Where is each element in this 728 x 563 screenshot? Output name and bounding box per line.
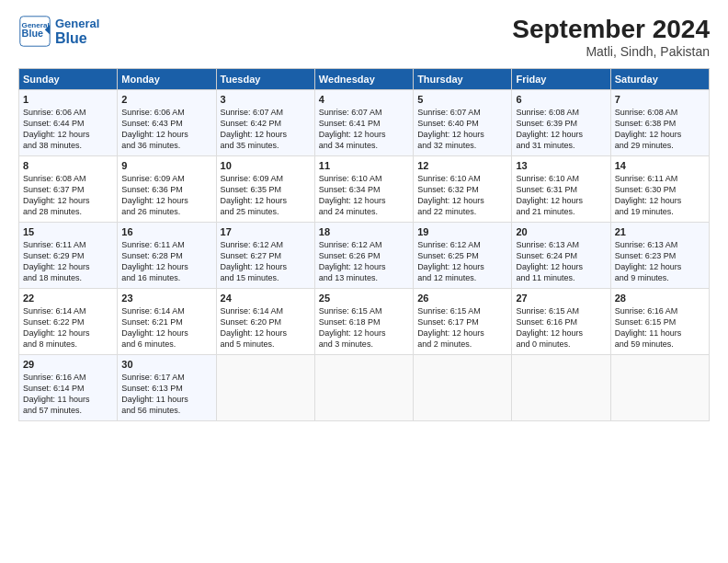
calendar-cell: [414, 355, 512, 421]
cell-info: Sunrise: 6:11 AMSunset: 6:28 PMDaylight:…: [121, 239, 211, 284]
day-number: 3: [221, 94, 311, 105]
day-number: 27: [516, 293, 606, 304]
calendar-cell: 1Sunrise: 6:06 AMSunset: 6:44 PMDaylight…: [19, 90, 118, 156]
day-number: 24: [221, 293, 311, 304]
cell-info: Sunrise: 6:07 AMSunset: 6:42 PMDaylight:…: [221, 107, 311, 152]
calendar-cell: 26Sunrise: 6:15 AMSunset: 6:17 PMDayligh…: [414, 289, 512, 355]
calendar-cell: 24Sunrise: 6:14 AMSunset: 6:20 PMDayligh…: [216, 289, 314, 355]
day-number: 13: [516, 160, 606, 171]
cell-info: Sunrise: 6:06 AMSunset: 6:44 PMDaylight:…: [23, 107, 113, 152]
calendar-cell: 8Sunrise: 6:08 AMSunset: 6:37 PMDaylight…: [19, 156, 118, 223]
day-number: 17: [221, 226, 311, 237]
calendar-week-row: 1Sunrise: 6:06 AMSunset: 6:44 PMDaylight…: [19, 90, 710, 156]
cell-info: Sunrise: 6:13 AMSunset: 6:24 PMDaylight:…: [516, 239, 606, 284]
cell-info: Sunrise: 6:09 AMSunset: 6:36 PMDaylight:…: [121, 173, 211, 218]
calendar-cell: 13Sunrise: 6:10 AMSunset: 6:31 PMDayligh…: [512, 156, 610, 223]
day-number: 28: [615, 293, 705, 304]
logo-text: General Blue: [55, 17, 99, 47]
col-header-monday: Monday: [118, 69, 216, 90]
cell-info: Sunrise: 6:14 AMSunset: 6:21 PMDaylight:…: [121, 305, 211, 350]
cell-info: Sunrise: 6:08 AMSunset: 6:38 PMDaylight:…: [615, 107, 705, 152]
cell-info: Sunrise: 6:12 AMSunset: 6:27 PMDaylight:…: [221, 239, 311, 284]
cell-info: Sunrise: 6:15 AMSunset: 6:17 PMDaylight:…: [417, 305, 507, 350]
col-header-sunday: Sunday: [19, 69, 118, 90]
page-subtitle: Matli, Sindh, Pakistan: [512, 44, 710, 59]
page-title: September 2024: [512, 15, 710, 44]
day-number: 23: [121, 293, 211, 304]
cell-info: Sunrise: 6:09 AMSunset: 6:35 PMDaylight:…: [221, 173, 311, 218]
calendar-cell: [512, 355, 610, 421]
cell-info: Sunrise: 6:12 AMSunset: 6:25 PMDaylight:…: [417, 239, 507, 284]
calendar-cell: 9Sunrise: 6:09 AMSunset: 6:36 PMDaylight…: [118, 156, 216, 223]
calendar-cell: 6Sunrise: 6:08 AMSunset: 6:39 PMDaylight…: [512, 90, 610, 156]
calendar-cell: 18Sunrise: 6:12 AMSunset: 6:26 PMDayligh…: [314, 223, 413, 289]
calendar-cell: 28Sunrise: 6:16 AMSunset: 6:15 PMDayligh…: [610, 289, 709, 355]
day-number: 15: [23, 226, 113, 237]
calendar-cell: 2Sunrise: 6:06 AMSunset: 6:43 PMDaylight…: [118, 90, 216, 156]
calendar-cell: [216, 355, 314, 421]
cell-info: Sunrise: 6:14 AMSunset: 6:20 PMDaylight:…: [221, 305, 311, 350]
calendar-header-row: SundayMondayTuesdayWednesdayThursdayFrid…: [19, 69, 710, 90]
calendar-cell: 27Sunrise: 6:15 AMSunset: 6:16 PMDayligh…: [512, 289, 610, 355]
calendar-cell: [610, 355, 709, 421]
col-header-friday: Friday: [512, 69, 610, 90]
day-number: 9: [121, 160, 211, 171]
day-number: 1: [23, 94, 113, 105]
calendar-cell: 16Sunrise: 6:11 AMSunset: 6:28 PMDayligh…: [118, 223, 216, 289]
cell-info: Sunrise: 6:15 AMSunset: 6:16 PMDaylight:…: [516, 305, 606, 350]
cell-info: Sunrise: 6:16 AMSunset: 6:14 PMDaylight:…: [23, 372, 113, 417]
calendar-cell: 3Sunrise: 6:07 AMSunset: 6:42 PMDaylight…: [216, 90, 314, 156]
calendar-cell: 4Sunrise: 6:07 AMSunset: 6:41 PMDaylight…: [314, 90, 413, 156]
day-number: 30: [121, 359, 211, 370]
col-header-wednesday: Wednesday: [314, 69, 413, 90]
calendar-table: SundayMondayTuesdayWednesdayThursdayFrid…: [18, 68, 710, 421]
calendar-cell: 22Sunrise: 6:14 AMSunset: 6:22 PMDayligh…: [19, 289, 118, 355]
day-number: 20: [516, 226, 606, 237]
calendar-cell: 25Sunrise: 6:15 AMSunset: 6:18 PMDayligh…: [314, 289, 413, 355]
calendar-cell: 19Sunrise: 6:12 AMSunset: 6:25 PMDayligh…: [414, 223, 512, 289]
day-number: 29: [23, 359, 113, 370]
logo-blue: Blue: [55, 30, 87, 47]
day-number: 26: [417, 293, 507, 304]
calendar-cell: 30Sunrise: 6:17 AMSunset: 6:13 PMDayligh…: [118, 355, 216, 421]
col-header-saturday: Saturday: [610, 69, 709, 90]
calendar-cell: 15Sunrise: 6:11 AMSunset: 6:29 PMDayligh…: [19, 223, 118, 289]
calendar-cell: 20Sunrise: 6:13 AMSunset: 6:24 PMDayligh…: [512, 223, 610, 289]
title-block: September 2024 Matli, Sindh, Pakistan: [512, 15, 710, 59]
calendar-cell: [314, 355, 413, 421]
cell-info: Sunrise: 6:15 AMSunset: 6:18 PMDaylight:…: [319, 305, 409, 350]
calendar-week-row: 15Sunrise: 6:11 AMSunset: 6:29 PMDayligh…: [19, 223, 710, 289]
day-number: 11: [319, 160, 409, 171]
day-number: 22: [23, 293, 113, 304]
logo-icon: General Blue: [18, 15, 51, 48]
calendar-cell: 23Sunrise: 6:14 AMSunset: 6:21 PMDayligh…: [118, 289, 216, 355]
day-number: 2: [121, 94, 211, 105]
logo: General Blue General Blue: [18, 15, 99, 48]
day-number: 19: [417, 226, 507, 237]
calendar-week-row: 22Sunrise: 6:14 AMSunset: 6:22 PMDayligh…: [19, 289, 710, 355]
calendar-cell: 12Sunrise: 6:10 AMSunset: 6:32 PMDayligh…: [414, 156, 512, 223]
cell-info: Sunrise: 6:08 AMSunset: 6:37 PMDaylight:…: [23, 173, 113, 218]
cell-info: Sunrise: 6:12 AMSunset: 6:26 PMDaylight:…: [319, 239, 409, 284]
svg-text:Blue: Blue: [22, 28, 43, 39]
cell-info: Sunrise: 6:07 AMSunset: 6:41 PMDaylight:…: [319, 107, 409, 152]
cell-info: Sunrise: 6:16 AMSunset: 6:15 PMDaylight:…: [615, 305, 705, 350]
day-number: 14: [615, 160, 705, 171]
day-number: 16: [121, 226, 211, 237]
calendar-cell: 14Sunrise: 6:11 AMSunset: 6:30 PMDayligh…: [610, 156, 709, 223]
cell-info: Sunrise: 6:13 AMSunset: 6:23 PMDaylight:…: [615, 239, 705, 284]
cell-info: Sunrise: 6:17 AMSunset: 6:13 PMDaylight:…: [121, 372, 211, 417]
day-number: 10: [221, 160, 311, 171]
calendar-week-row: 29Sunrise: 6:16 AMSunset: 6:14 PMDayligh…: [19, 355, 710, 421]
calendar-cell: 21Sunrise: 6:13 AMSunset: 6:23 PMDayligh…: [610, 223, 709, 289]
calendar-cell: 10Sunrise: 6:09 AMSunset: 6:35 PMDayligh…: [216, 156, 314, 223]
day-number: 8: [23, 160, 113, 171]
calendar-cell: 5Sunrise: 6:07 AMSunset: 6:40 PMDaylight…: [414, 90, 512, 156]
day-number: 25: [319, 293, 409, 304]
page-header: General Blue General Blue September 2024…: [18, 15, 710, 59]
cell-info: Sunrise: 6:11 AMSunset: 6:29 PMDaylight:…: [23, 239, 113, 284]
logo-general: General: [55, 17, 99, 30]
day-number: 5: [417, 94, 507, 105]
cell-info: Sunrise: 6:06 AMSunset: 6:43 PMDaylight:…: [121, 107, 211, 152]
day-number: 6: [516, 94, 606, 105]
